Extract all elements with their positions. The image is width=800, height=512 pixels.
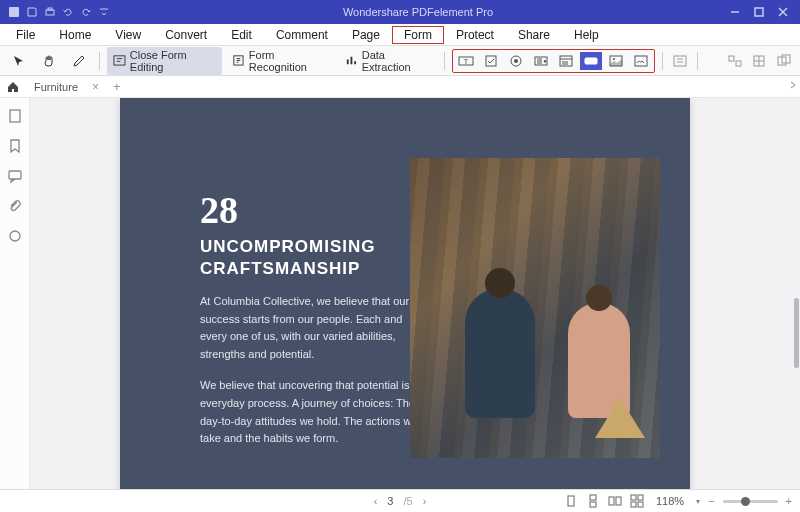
zoom-level[interactable]: 118% bbox=[656, 495, 684, 507]
attachments-icon[interactable] bbox=[7, 198, 23, 214]
app-icon bbox=[8, 6, 20, 18]
svg-rect-30 bbox=[609, 497, 614, 505]
undo-icon[interactable] bbox=[62, 6, 74, 18]
zoom-dropdown-icon[interactable]: ▾ bbox=[696, 497, 700, 506]
app-title: Wondershare PDFelement Pro bbox=[118, 6, 718, 18]
menu-convert[interactable]: Convert bbox=[153, 26, 219, 44]
separator bbox=[444, 52, 445, 70]
svg-rect-29 bbox=[590, 502, 596, 507]
menu-comment[interactable]: Comment bbox=[264, 26, 340, 44]
menu-form[interactable]: Form bbox=[392, 26, 444, 44]
svg-rect-19 bbox=[729, 56, 734, 61]
text-field-tool[interactable]: T bbox=[455, 52, 477, 70]
bookmarks-icon[interactable] bbox=[7, 138, 23, 154]
edit-tool[interactable] bbox=[66, 52, 92, 70]
comments-icon[interactable] bbox=[7, 168, 23, 184]
svg-text:OK: OK bbox=[587, 58, 595, 64]
document-canvas[interactable]: 28 UNCOMPROMISING CRAFTSMANSHIP At Colum… bbox=[30, 98, 800, 489]
thumbnails-icon[interactable] bbox=[7, 108, 23, 124]
data-extraction-button[interactable]: Data Extraction bbox=[339, 47, 437, 75]
svg-point-16 bbox=[613, 58, 615, 60]
signature-field-tool[interactable] bbox=[630, 52, 652, 70]
pdf-page: 28 UNCOMPROMISING CRAFTSMANSHIP At Colum… bbox=[120, 98, 690, 489]
svg-rect-35 bbox=[638, 502, 643, 507]
svg-rect-32 bbox=[631, 495, 636, 500]
menu-bar: File Home View Convert Edit Comment Page… bbox=[0, 24, 800, 46]
zoom-slider-thumb[interactable] bbox=[741, 497, 750, 506]
next-page-icon[interactable]: › bbox=[423, 495, 427, 507]
dropdown-tool[interactable] bbox=[530, 52, 552, 70]
zoom-out-icon[interactable]: − bbox=[708, 495, 714, 507]
svg-rect-33 bbox=[638, 495, 643, 500]
svg-rect-34 bbox=[631, 502, 636, 507]
svg-rect-27 bbox=[568, 496, 574, 506]
close-icon[interactable] bbox=[778, 7, 788, 17]
page-heading: UNCOMPROMISING CRAFTSMANSHIP bbox=[200, 236, 376, 280]
menu-file[interactable]: File bbox=[4, 26, 47, 44]
document-tab-strip: Furniture × + bbox=[0, 76, 800, 98]
new-tab-icon[interactable]: + bbox=[113, 79, 121, 94]
page-navigator: ‹ 3 /5 › bbox=[374, 495, 427, 507]
menu-edit[interactable]: Edit bbox=[219, 26, 264, 44]
checkbox-tool[interactable] bbox=[480, 52, 502, 70]
form-recognition-button[interactable]: Form Recognition bbox=[226, 47, 335, 75]
form-field-tools-group: T OK bbox=[452, 49, 655, 73]
print-icon[interactable] bbox=[44, 6, 56, 18]
tool-extra-3[interactable] bbox=[749, 52, 769, 70]
menu-share[interactable]: Share bbox=[506, 26, 562, 44]
single-page-view-icon[interactable] bbox=[564, 494, 578, 508]
zoom-slider[interactable] bbox=[723, 500, 778, 503]
minimize-icon[interactable] bbox=[730, 7, 740, 17]
svg-rect-0 bbox=[9, 7, 19, 17]
search-panel-icon[interactable] bbox=[7, 228, 23, 244]
status-bar: ‹ 3 /5 › 118% ▾ − + bbox=[0, 489, 800, 512]
listbox-tool[interactable] bbox=[555, 52, 577, 70]
page-image bbox=[410, 158, 660, 458]
svg-rect-20 bbox=[736, 61, 741, 66]
menu-page[interactable]: Page bbox=[340, 26, 392, 44]
menu-view[interactable]: View bbox=[103, 26, 153, 44]
redo-icon[interactable] bbox=[80, 6, 92, 18]
svg-rect-2 bbox=[48, 8, 52, 10]
hand-tool[interactable] bbox=[36, 52, 62, 70]
page-total: /5 bbox=[403, 495, 412, 507]
image-field-tool[interactable] bbox=[605, 52, 627, 70]
radio-tool[interactable] bbox=[505, 52, 527, 70]
prev-page-icon[interactable]: ‹ bbox=[374, 495, 378, 507]
page-current[interactable]: 3 bbox=[387, 495, 393, 507]
home-icon[interactable] bbox=[6, 80, 20, 94]
svg-point-10 bbox=[514, 59, 518, 63]
two-page-view-icon[interactable] bbox=[608, 494, 622, 508]
svg-rect-4 bbox=[114, 56, 125, 65]
button-field-tool[interactable]: OK bbox=[580, 52, 602, 70]
tab-furniture[interactable]: Furniture bbox=[28, 81, 84, 93]
svg-rect-31 bbox=[616, 497, 621, 505]
zoom-in-icon[interactable]: + bbox=[786, 495, 792, 507]
save-icon[interactable] bbox=[26, 6, 38, 18]
separator bbox=[662, 52, 663, 70]
menu-help[interactable]: Help bbox=[562, 26, 611, 44]
maximize-icon[interactable] bbox=[754, 7, 764, 17]
toolbar-overflow-icon[interactable] bbox=[788, 80, 798, 90]
grid-view-icon[interactable] bbox=[630, 494, 644, 508]
separator bbox=[697, 52, 698, 70]
tool-extra-1[interactable] bbox=[670, 52, 690, 70]
menu-home[interactable]: Home bbox=[47, 26, 103, 44]
svg-rect-17 bbox=[635, 56, 647, 66]
tool-extra-4[interactable] bbox=[774, 52, 794, 70]
svg-rect-1 bbox=[46, 10, 54, 15]
tab-close-icon[interactable]: × bbox=[92, 80, 99, 94]
select-tool[interactable] bbox=[6, 52, 32, 70]
scrollbar-thumb[interactable] bbox=[794, 298, 799, 368]
page-body-text: At Columbia Collective, we believe that … bbox=[200, 293, 430, 462]
svg-rect-24 bbox=[10, 110, 20, 122]
left-sidebar bbox=[0, 98, 30, 489]
menu-protect[interactable]: Protect bbox=[444, 26, 506, 44]
svg-text:T: T bbox=[463, 57, 468, 66]
continuous-view-icon[interactable] bbox=[586, 494, 600, 508]
figure-triangle-ruler bbox=[595, 398, 645, 438]
svg-rect-28 bbox=[590, 495, 596, 500]
close-form-editing-button[interactable]: Close Form Editing bbox=[107, 47, 222, 75]
qat-dropdown-icon[interactable] bbox=[98, 6, 110, 18]
tool-extra-2[interactable] bbox=[725, 52, 745, 70]
